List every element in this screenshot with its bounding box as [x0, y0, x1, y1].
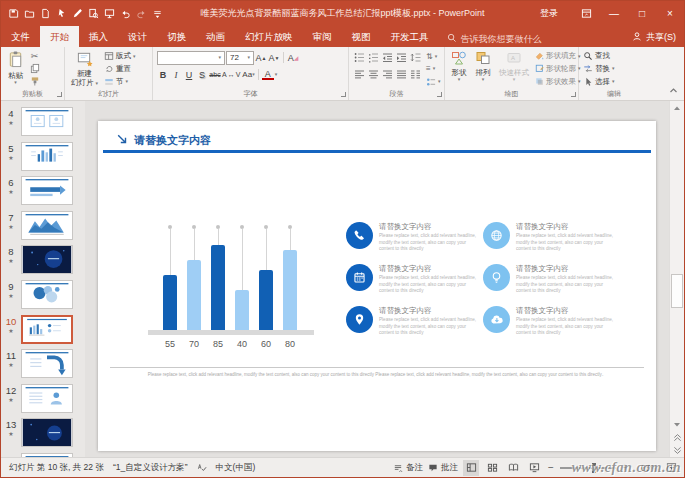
- decrease-indent-icon[interactable]: [381, 52, 394, 64]
- find-button[interactable]: 查找: [581, 50, 612, 62]
- scroll-down-button[interactable]: [670, 418, 685, 431]
- thumbnail-image[interactable]: [21, 418, 73, 447]
- chart-bar[interactable]: [211, 245, 225, 330]
- zoom-out-button[interactable]: −: [547, 462, 555, 473]
- line-spacing-icon[interactable]: [409, 52, 422, 64]
- columns-icon[interactable]: [409, 69, 422, 81]
- slide-footer-text[interactable]: Please replace text, click add relevant …: [126, 372, 628, 377]
- minimize-button[interactable]: —: [600, 1, 628, 26]
- tab-幻灯片放映[interactable]: 幻灯片放映: [235, 26, 303, 47]
- slide-thumbnail-11[interactable]: 11★: [1, 349, 85, 379]
- thumbnail-image[interactable]: [21, 176, 73, 205]
- tab-审阅[interactable]: 审阅: [303, 26, 342, 47]
- chart-bar[interactable]: [163, 275, 177, 330]
- vertical-scrollbar[interactable]: [669, 101, 684, 457]
- slide-thumbnail-8[interactable]: 8★: [1, 245, 85, 275]
- align-right-icon[interactable]: [381, 69, 394, 81]
- tab-开发工具[interactable]: 开发工具: [381, 26, 439, 47]
- slide-thumbnail-10[interactable]: 10★: [1, 315, 85, 345]
- tab-切换[interactable]: 切换: [157, 26, 196, 47]
- print-preview-icon[interactable]: [86, 5, 101, 23]
- sign-in-button[interactable]: 登录: [526, 7, 572, 20]
- clipboard-dialog-launcher[interactable]: [57, 92, 62, 97]
- content-item[interactable]: 请替换文字内容Please replace text, click add re…: [346, 222, 483, 252]
- section-button[interactable]: 节▾: [102, 76, 138, 88]
- open-icon[interactable]: [22, 5, 37, 23]
- font-dialog-launcher[interactable]: [341, 92, 346, 97]
- underline-button[interactable]: U: [183, 68, 195, 81]
- thumbnail-image[interactable]: [21, 349, 73, 378]
- thumbnail-image[interactable]: [21, 384, 73, 413]
- italic-button[interactable]: I: [170, 68, 182, 81]
- font-name-combo[interactable]: ▾: [157, 51, 225, 65]
- tab-视图[interactable]: 视图: [342, 26, 381, 47]
- content-item[interactable]: 请替换文字内容Please replace text, click add re…: [346, 264, 483, 294]
- slide-thumbnail-12[interactable]: 12★: [1, 384, 85, 414]
- strikethrough-button[interactable]: abc: [209, 68, 221, 81]
- slide-thumbnail-7[interactable]: 7★: [1, 211, 85, 241]
- thumbnail-image[interactable]: [21, 245, 73, 274]
- shrink-font-button[interactable]: A▼: [268, 51, 280, 64]
- chart-bar[interactable]: [283, 250, 297, 330]
- thumbnail-image[interactable]: [21, 142, 73, 171]
- content-item[interactable]: 请替换文字内容Please replace text, click add re…: [346, 306, 483, 336]
- spellcheck-status-icon[interactable]: [197, 462, 207, 474]
- tab-插入[interactable]: 插入: [79, 26, 118, 47]
- save-icon[interactable]: [6, 5, 21, 23]
- scrollbar-thumb[interactable]: [671, 274, 683, 308]
- font-color-button[interactable]: A: [262, 69, 274, 80]
- copy-icon[interactable]: [28, 63, 41, 75]
- slide-number-status[interactable]: 幻灯片 第 10 张, 共 22 张: [9, 462, 104, 474]
- slide-thumbnail-6[interactable]: 6★: [1, 176, 85, 206]
- content-item[interactable]: 请替换文字内容Please replace text, click add re…: [483, 222, 620, 252]
- quick-styles-button[interactable]: A 快速样式 ▾: [495, 49, 533, 82]
- scrollbar-track[interactable]: [670, 114, 685, 418]
- slide-thumbnail-5[interactable]: 5★: [1, 142, 85, 172]
- text-shadow-button[interactable]: S: [196, 68, 208, 81]
- slideshow-icon[interactable]: [102, 5, 117, 23]
- slide-thumbnail-4[interactable]: 4★: [1, 107, 85, 137]
- paste-button[interactable]: 粘贴 ▾: [3, 49, 28, 85]
- slide-10[interactable]: 请替换文字内容 557085406080 请替换文字内容Please repla…: [98, 121, 656, 451]
- increase-indent-icon[interactable]: [395, 52, 408, 64]
- thumbnail-image[interactable]: [21, 107, 73, 136]
- slide-thumbnail-14[interactable]: 14★: [1, 453, 85, 457]
- align-left-icon[interactable]: [353, 69, 366, 81]
- redo-icon[interactable]: [134, 5, 149, 23]
- shapes-button[interactable]: 形状 ▾: [447, 49, 471, 82]
- slideshow-view-button[interactable]: [526, 460, 542, 476]
- collapse-ribbon-button[interactable]: [669, 87, 678, 96]
- justify-icon[interactable]: [395, 69, 408, 81]
- numbering-icon[interactable]: [367, 52, 380, 64]
- thumbnail-image[interactable]: [21, 280, 73, 309]
- layout-button[interactable]: 版式▾: [102, 50, 138, 62]
- new-icon[interactable]: [38, 5, 53, 23]
- font-size-combo[interactable]: 72▾: [226, 51, 254, 65]
- format-painter-icon[interactable]: [28, 76, 41, 88]
- content-item[interactable]: 请替换文字内容Please replace text, click add re…: [483, 264, 620, 294]
- normal-view-button[interactable]: [463, 460, 479, 476]
- drawing-dialog-launcher[interactable]: [571, 92, 576, 97]
- slide-sorter-view-button[interactable]: [484, 460, 500, 476]
- shape-effects-button[interactable]: 形状效果▾: [533, 76, 583, 88]
- tab-开始[interactable]: 开始: [40, 26, 79, 47]
- thumbnail-image[interactable]: [21, 315, 73, 344]
- character-spacing-button[interactable]: A↔V: [222, 68, 241, 81]
- shape-fill-button[interactable]: 形状填充▾: [533, 50, 583, 62]
- draw-icon[interactable]: [70, 5, 85, 23]
- customize-quick-access-icon[interactable]: [150, 5, 165, 23]
- bar-chart[interactable]: 557085406080: [148, 225, 314, 349]
- cut-icon[interactable]: ✂: [28, 50, 41, 62]
- text-direction-button[interactable]: ⇅▾: [424, 50, 443, 62]
- arrange-button[interactable]: 排列 ▾: [471, 49, 495, 82]
- paragraph-dialog-launcher[interactable]: [437, 92, 442, 97]
- tab-file[interactable]: 文件: [1, 26, 40, 47]
- chart-bar[interactable]: [187, 260, 201, 330]
- content-item[interactable]: 请替换文字内容Please replace text, click add re…: [483, 306, 620, 336]
- comments-button[interactable]: 批注: [428, 462, 458, 474]
- replace-button[interactable]: 替换▾: [581, 63, 617, 75]
- change-case-button[interactable]: Aa▾: [242, 68, 254, 81]
- bullets-icon[interactable]: [353, 52, 366, 64]
- shape-outline-button[interactable]: 形状轮廓▾: [533, 63, 583, 75]
- new-slide-button[interactable]: 新建 幻灯片 ▾: [67, 49, 102, 87]
